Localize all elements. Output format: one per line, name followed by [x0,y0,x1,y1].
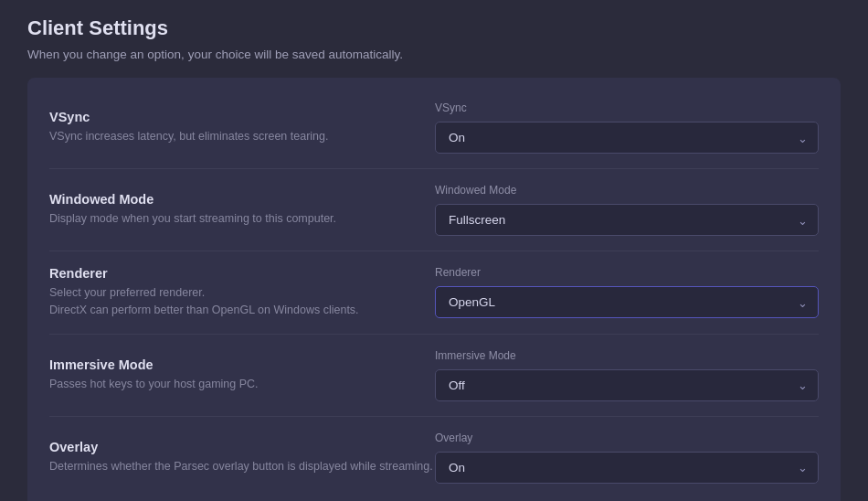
setting-label-immersive-mode: Immersive Mode [49,357,435,372]
select-overlay[interactable]: OnOff [435,452,819,484]
setting-dropdown-label-windowed-mode: Windowed Mode [435,184,819,197]
setting-left-vsync: VSyncVSync increases latency, but elimin… [49,110,435,145]
select-vsync[interactable]: OnOff [435,122,819,154]
page-title: Client Settings [27,16,841,40]
select-renderer[interactable]: OpenGLDirectX [435,286,819,318]
select-wrapper-immersive-mode: OnOff⌄ [435,369,819,401]
setting-row-immersive-mode: Immersive ModePasses hot keys to your ho… [49,335,819,417]
setting-right-overlay: OverlayOnOff⌄ [435,432,819,484]
setting-desc-renderer: Select your preferred renderer. DirectX … [49,284,435,319]
setting-label-vsync: VSync [49,110,435,124]
setting-row-vsync: VSyncVSync increases latency, but elimin… [49,87,819,169]
setting-right-windowed-mode: Windowed ModeFullscreenWindowedBorderles… [435,184,819,236]
page-subtitle: When you change an option, your choice w… [27,48,841,61]
setting-left-renderer: RendererSelect your preferred renderer. … [49,266,435,319]
setting-right-immersive-mode: Immersive ModeOnOff⌄ [435,349,819,401]
setting-row-windowed-mode: Windowed ModeDisplay mode when you start… [49,169,819,251]
setting-desc-vsync: VSync increases latency, but eliminates … [49,128,435,145]
setting-desc-overlay: Determines whether the Parsec overlay bu… [49,458,435,475]
setting-left-windowed-mode: Windowed ModeDisplay mode when you start… [49,192,435,228]
setting-desc-immersive-mode: Passes hot keys to your host gaming PC. [49,376,435,393]
select-wrapper-vsync: OnOff⌄ [435,122,819,154]
setting-dropdown-label-immersive-mode: Immersive Mode [435,349,819,362]
page-container: Client Settings When you change an optio… [0,0,868,501]
setting-left-immersive-mode: Immersive ModePasses hot keys to your ho… [49,357,435,393]
setting-dropdown-label-renderer: Renderer [435,266,819,279]
setting-right-renderer: RendererOpenGLDirectX⌄ [435,266,819,318]
setting-dropdown-label-vsync: VSync [435,101,819,114]
setting-label-overlay: Overlay [49,440,435,454]
settings-card: VSyncVSync increases latency, but elimin… [27,78,841,501]
select-immersive-mode[interactable]: OnOff [435,369,819,401]
setting-dropdown-label-overlay: Overlay [435,432,819,444]
setting-right-vsync: VSyncOnOff⌄ [435,101,819,154]
setting-left-overlay: OverlayDetermines whether the Parsec ove… [49,440,435,475]
setting-label-renderer: Renderer [49,266,435,281]
select-wrapper-overlay: OnOff⌄ [435,452,819,484]
setting-row-renderer: RendererSelect your preferred renderer. … [49,251,819,335]
setting-desc-windowed-mode: Display mode when you start streaming to… [49,210,435,228]
select-wrapper-renderer: OpenGLDirectX⌄ [435,286,819,318]
select-wrapper-windowed-mode: FullscreenWindowedBorderless⌄ [435,204,819,236]
select-windowed-mode[interactable]: FullscreenWindowedBorderless [435,204,819,236]
setting-label-windowed-mode: Windowed Mode [49,192,435,207]
setting-row-overlay: OverlayDetermines whether the Parsec ove… [49,417,819,498]
